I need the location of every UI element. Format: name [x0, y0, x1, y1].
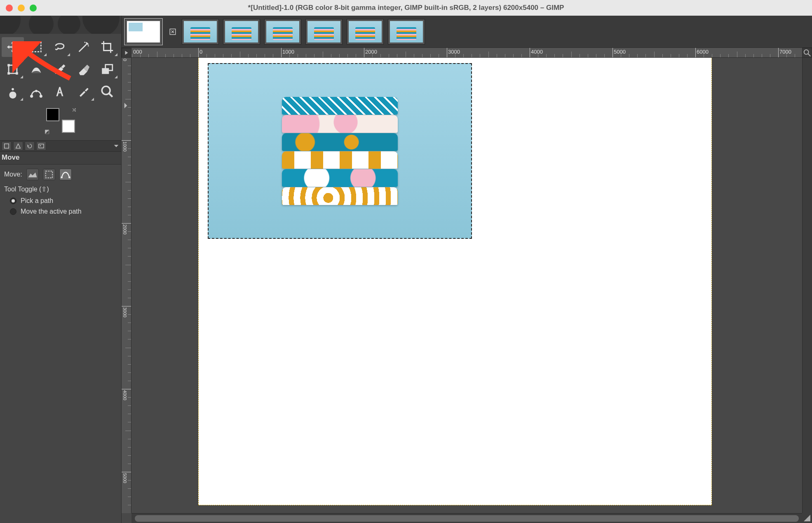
vertical-scrollbar[interactable] [802, 58, 812, 513]
horizontal-ruler[interactable]: 00001000200030004000500060007000 [131, 48, 802, 58]
ruler-label: 2000 [365, 49, 377, 55]
quickmask-toggle-icon[interactable] [122, 101, 130, 110]
move-selection-button[interactable] [43, 169, 55, 180]
ruler-label: 5000 [122, 473, 127, 483]
svg-point-2 [88, 45, 89, 47]
tool-options-tab[interactable] [2, 141, 12, 151]
transform-tool[interactable] [2, 59, 24, 79]
svg-rect-5 [7, 64, 10, 66]
ruler-corner-button[interactable] [122, 48, 131, 58]
undo-history-tab[interactable] [25, 141, 35, 151]
svg-rect-18 [39, 144, 44, 148]
close-window-button[interactable] [6, 5, 13, 12]
image-tab[interactable] [388, 19, 425, 45]
warp-tool[interactable] [25, 59, 47, 79]
svg-point-24 [804, 50, 809, 54]
minimize-window-button[interactable] [18, 5, 25, 12]
left-panel: ⤭ ◩ Move Move: Tool Toggle (⇧) Pick a pa [0, 16, 122, 523]
window-controls [6, 5, 37, 12]
svg-point-13 [30, 95, 33, 98]
maximize-window-button[interactable] [30, 5, 37, 12]
pasted-layer[interactable] [208, 63, 472, 239]
crop-tool[interactable] [96, 37, 118, 57]
radio-icon [10, 208, 16, 215]
ruler-label: 1000 [282, 49, 294, 55]
close-tab-icon[interactable] [168, 27, 178, 37]
fabric-stack-image [282, 97, 397, 205]
svg-rect-7 [7, 72, 10, 75]
swap-colors-icon[interactable]: ⤭ [72, 106, 77, 113]
work-area: 00001000200030004000500060007000 0100020… [122, 16, 812, 523]
toolbox-header-decoration [0, 16, 121, 34]
ruler-label: 3000 [122, 307, 127, 317]
svg-rect-0 [32, 42, 41, 52]
horizontal-scrollbar[interactable] [131, 513, 802, 523]
ruler-label: 2000 [122, 224, 127, 234]
ruler-label: 5000 [614, 49, 626, 55]
navigation-corner-icon[interactable] [802, 513, 812, 523]
move-path-button[interactable] [59, 169, 72, 180]
smudge-tool[interactable] [2, 82, 24, 101]
image-tab[interactable] [125, 19, 162, 45]
svg-point-21 [61, 177, 63, 179]
move-layer-button[interactable] [26, 169, 39, 180]
device-status-tab[interactable] [13, 141, 23, 151]
tool-options-tabs [0, 140, 121, 152]
image-tab[interactable] [305, 19, 343, 45]
tool-options-title: Move [0, 152, 121, 165]
lasso-select-tool[interactable] [49, 37, 71, 57]
svg-point-14 [40, 95, 42, 98]
canvas-frame: 00001000200030004000500060007000 0100020… [122, 48, 812, 523]
svg-point-22 [68, 177, 70, 179]
brush-tool[interactable] [49, 59, 71, 79]
ruler-label: 0 [199, 49, 202, 55]
canvas[interactable] [198, 58, 712, 505]
images-tab[interactable] [36, 141, 46, 151]
ruler-label: 6000 [697, 49, 709, 55]
canvas-viewport[interactable] [131, 58, 802, 513]
image-tabs-strip [122, 16, 812, 48]
color-chooser: ⤭ ◩ [0, 103, 121, 140]
svg-rect-4 [9, 65, 17, 73]
tab-menu-icon[interactable] [113, 143, 120, 149]
toolbox [0, 34, 121, 103]
eyedropper-tool[interactable] [73, 82, 95, 101]
svg-rect-8 [16, 72, 18, 75]
tool-toggle-radio[interactable]: Pick a path [3, 196, 118, 206]
radio-label: Move the active path [21, 208, 82, 215]
titlebar: *[Untitled]-1.0 (RGB color 8-bit gamma i… [0, 0, 812, 16]
tool-options-body: Move: Tool Toggle (⇧) Pick a pathMove th… [0, 165, 121, 219]
window-title: *[Untitled]-1.0 (RGB color 8-bit gamma i… [0, 4, 812, 12]
svg-point-16 [102, 86, 110, 94]
text-tool[interactable] [49, 82, 71, 101]
zoom-tool[interactable] [96, 82, 118, 101]
clone-tool[interactable] [96, 59, 118, 79]
image-tab[interactable] [223, 19, 260, 45]
tool-toggle-radio[interactable]: Move the active path [3, 206, 118, 217]
vertical-ruler[interactable]: 010002000300040005000 [122, 58, 131, 513]
background-color-swatch[interactable] [62, 120, 75, 133]
move-mode-row: Move: [3, 166, 118, 183]
svg-rect-9 [61, 64, 66, 68]
foreground-color-swatch[interactable] [46, 108, 59, 121]
image-tab[interactable] [264, 19, 301, 45]
image-tab[interactable] [182, 19, 219, 45]
radio-icon [10, 198, 16, 204]
svg-rect-20 [45, 171, 52, 178]
zoom-indicator-button[interactable] [802, 48, 812, 58]
default-colors-icon[interactable]: ◩ [45, 128, 49, 134]
ruler-label: 4000 [122, 390, 127, 400]
eraser-tool[interactable] [73, 59, 95, 79]
rect-select-tool[interactable] [25, 37, 47, 57]
magic-select-tool[interactable] [73, 37, 95, 57]
svg-point-3 [84, 42, 85, 43]
svg-rect-17 [5, 144, 9, 148]
move-tool[interactable] [2, 37, 24, 57]
ruler-label: 1000 [122, 141, 127, 151]
path-tool[interactable] [25, 82, 47, 101]
move-mode-label: Move: [4, 171, 22, 178]
ruler-label: 0 [122, 59, 127, 61]
svg-point-15 [35, 90, 38, 92]
image-tab[interactable] [347, 19, 384, 45]
ruler-label: 3000 [448, 49, 460, 55]
